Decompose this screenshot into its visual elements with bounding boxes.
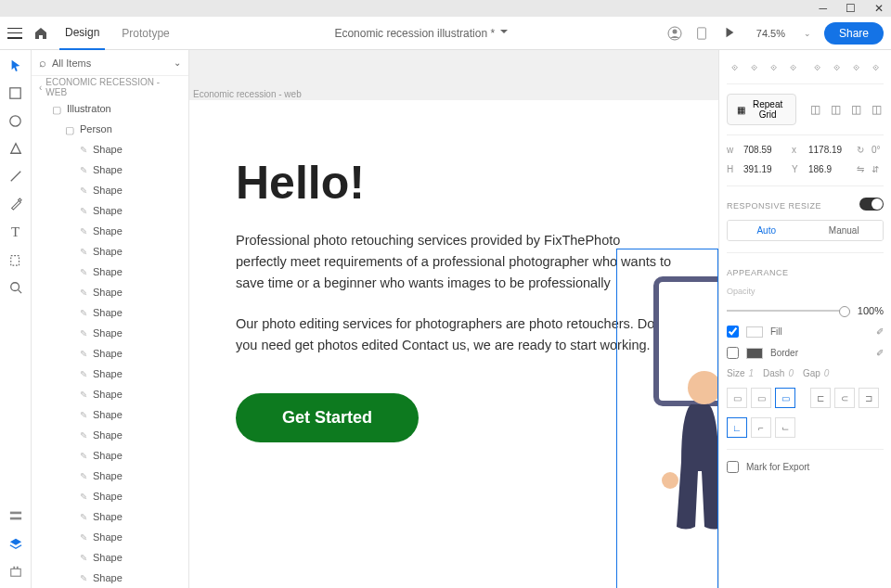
- resize-manual[interactable]: Manual: [806, 221, 884, 240]
- breadcrumb[interactable]: ‹ECONOMIC RECESSION - WEB: [32, 76, 188, 98]
- layer-shape[interactable]: ✎Shape: [32, 180, 188, 200]
- layer-shape[interactable]: ✎Shape: [32, 364, 188, 384]
- document-title[interactable]: Economic recession illustration *: [187, 27, 656, 40]
- layer-shape[interactable]: ✎Shape: [32, 486, 188, 506]
- rotate-icon[interactable]: ↻: [857, 145, 864, 155]
- resize-auto[interactable]: Auto: [728, 221, 806, 240]
- layer-shape[interactable]: ✎Shape: [32, 241, 188, 262]
- artboard-tool[interactable]: [8, 252, 23, 267]
- stroke-outer[interactable]: ▭: [775, 388, 795, 408]
- menu-button[interactable]: [7, 28, 22, 39]
- plugins-icon[interactable]: [8, 564, 23, 579]
- text-tool[interactable]: T: [8, 224, 23, 239]
- align-center-h[interactable]: ⟐: [746, 58, 762, 76]
- layer-shape[interactable]: ✎Shape: [32, 506, 188, 527]
- width-input[interactable]: [743, 145, 784, 155]
- assets-icon[interactable]: [8, 508, 23, 523]
- minimize-button[interactable]: ─: [819, 2, 827, 15]
- select-tool[interactable]: [8, 58, 23, 72]
- rectangle-tool[interactable]: [8, 85, 23, 100]
- boolean-exclude[interactable]: ◫: [869, 100, 884, 119]
- cap-round[interactable]: ⊂: [834, 388, 855, 408]
- close-button[interactable]: ✕: [874, 2, 884, 15]
- join-miter[interactable]: ∟: [727, 417, 747, 438]
- y-input[interactable]: [808, 164, 849, 174]
- repeat-grid-button[interactable]: ▦Repeat Grid: [727, 94, 796, 125]
- layer-shape[interactable]: ✎Shape: [32, 527, 188, 547]
- dist-e[interactable]: ⟐: [868, 58, 884, 76]
- dist-v[interactable]: ⟐: [829, 58, 845, 76]
- layer-shape[interactable]: ✎Shape: [32, 302, 188, 323]
- tab-design[interactable]: Design: [59, 17, 105, 50]
- layer-shape[interactable]: ✎Shape: [32, 200, 188, 221]
- eyedropper-icon[interactable]: ✐: [876, 326, 884, 337]
- layer-shape[interactable]: ✎Shape: [32, 262, 188, 282]
- pen-icon: ✎: [80, 165, 87, 175]
- boolean-add[interactable]: ◫: [807, 100, 822, 119]
- border-swatch[interactable]: [746, 348, 763, 359]
- canvas[interactable]: Economic recession - web Hello! Professi…: [189, 50, 718, 588]
- align-right[interactable]: ⟐: [766, 58, 781, 76]
- stroke-center[interactable]: ▭: [751, 388, 771, 408]
- artboard[interactable]: Hello! Professional photo retouching ser…: [189, 100, 718, 588]
- fill-checkbox[interactable]: [727, 326, 739, 338]
- eyedropper-icon[interactable]: ✐: [876, 348, 884, 358]
- layer-shape[interactable]: ✎Shape: [32, 323, 188, 343]
- align-left[interactable]: ⟐: [727, 58, 742, 76]
- cap-butt[interactable]: ⊏: [810, 388, 831, 408]
- device-icon[interactable]: [695, 26, 710, 41]
- layer-shape[interactable]: ✎Shape: [32, 139, 188, 160]
- layer-person[interactable]: ▢Person: [32, 119, 188, 139]
- zoom-chevron[interactable]: ⌄: [804, 29, 811, 38]
- layer-shape[interactable]: ✎Shape: [32, 547, 188, 568]
- layer-search[interactable]: All Items⌄: [32, 50, 188, 76]
- layer-shape[interactable]: ✎Shape: [32, 282, 188, 302]
- home-icon[interactable]: [33, 26, 48, 41]
- avatar-icon[interactable]: [667, 26, 682, 41]
- zoom-tool[interactable]: [8, 280, 23, 295]
- boolean-intersect[interactable]: ◫: [848, 100, 863, 119]
- layer-shape[interactable]: ✎Shape: [32, 445, 188, 466]
- selection-box[interactable]: [616, 249, 718, 588]
- layers-icon[interactable]: [8, 536, 23, 551]
- border-checkbox[interactable]: [727, 347, 739, 359]
- x-input[interactable]: [808, 145, 849, 155]
- pen-tool[interactable]: [8, 197, 23, 211]
- ellipse-tool[interactable]: [8, 113, 23, 128]
- layer-shape[interactable]: ✎Shape: [32, 384, 188, 404]
- line-tool[interactable]: [8, 169, 23, 184]
- flip-h-icon[interactable]: ⇋: [857, 164, 864, 174]
- tab-prototype[interactable]: Prototype: [116, 17, 174, 50]
- responsive-toggle[interactable]: [859, 198, 884, 211]
- layer-shape[interactable]: ✎Shape: [32, 343, 188, 364]
- pen-icon: ✎: [80, 390, 87, 400]
- stroke-inner[interactable]: ▭: [727, 388, 747, 408]
- dist-s[interactable]: ⟐: [848, 58, 864, 76]
- flip-v-icon[interactable]: ⇵: [872, 164, 879, 174]
- join-round[interactable]: ⌐: [751, 417, 771, 438]
- zoom-level[interactable]: 74.5%: [756, 28, 785, 39]
- layer-shape[interactable]: ✎Shape: [32, 568, 188, 588]
- opacity-slider[interactable]: [727, 310, 850, 312]
- share-button[interactable]: Share: [824, 22, 884, 45]
- maximize-button[interactable]: ☐: [846, 2, 856, 15]
- artboard-label[interactable]: Economic recession - web: [193, 89, 302, 99]
- pen-icon: ✎: [80, 471, 87, 481]
- polygon-tool[interactable]: [8, 141, 23, 156]
- export-checkbox[interactable]: [727, 461, 739, 473]
- cap-square[interactable]: ⊐: [859, 388, 879, 408]
- boolean-subtract[interactable]: ◫: [828, 100, 843, 119]
- layer-shape[interactable]: ✎Shape: [32, 221, 188, 241]
- join-bevel[interactable]: ⌙: [775, 417, 795, 438]
- height-input[interactable]: [743, 164, 784, 174]
- layer-shape[interactable]: ✎Shape: [32, 466, 188, 486]
- play-icon[interactable]: [723, 26, 738, 41]
- dist-h[interactable]: ⟐: [809, 58, 825, 76]
- fill-swatch[interactable]: [746, 326, 763, 338]
- layer-shape[interactable]: ✎Shape: [32, 425, 188, 445]
- svg-line-8: [18, 290, 21, 294]
- layer-shape[interactable]: ✎Shape: [32, 404, 188, 425]
- align-top[interactable]: ⟐: [785, 58, 801, 76]
- layer-shape[interactable]: ✎Shape: [32, 160, 188, 180]
- layer-illustration[interactable]: ▢Illustraton: [32, 98, 188, 119]
